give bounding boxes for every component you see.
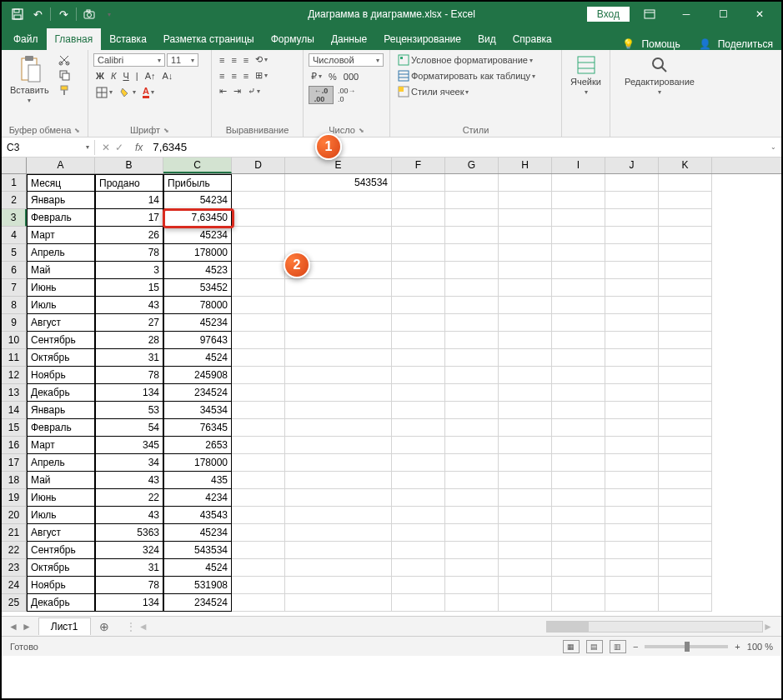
cell[interactable]: Месяц: [27, 174, 95, 192]
tab-view[interactable]: Вид: [469, 28, 504, 50]
editing-button[interactable]: Редактирование▾: [621, 53, 698, 98]
cell[interactable]: [605, 332, 659, 349]
cell[interactable]: 43: [95, 507, 163, 524]
cell[interactable]: Февраль: [27, 209, 95, 227]
tab-insert[interactable]: Вставка: [101, 28, 155, 50]
cell[interactable]: [285, 507, 392, 524]
cell[interactable]: [445, 402, 499, 419]
cell[interactable]: [552, 367, 605, 384]
conditional-formatting-button[interactable]: Условное форматирование▾: [395, 53, 535, 67]
cell[interactable]: [232, 244, 285, 262]
cell[interactable]: Сентябрь: [27, 332, 95, 349]
row-header[interactable]: 11: [2, 349, 27, 367]
row-header[interactable]: 19: [2, 489, 27, 507]
col-header[interactable]: A: [27, 158, 95, 173]
cell[interactable]: [392, 437, 445, 454]
cell[interactable]: [392, 349, 445, 367]
cell[interactable]: Сентябрь: [27, 542, 95, 559]
font-name-combo[interactable]: Calibri▾: [93, 53, 165, 67]
cell[interactable]: [445, 542, 499, 559]
cell[interactable]: [499, 507, 552, 524]
col-header[interactable]: D: [232, 158, 285, 173]
cell[interactable]: [659, 227, 712, 244]
cell[interactable]: [499, 279, 552, 297]
cell[interactable]: [605, 244, 659, 262]
cell[interactable]: Июль: [27, 297, 95, 314]
cell[interactable]: [499, 559, 552, 577]
align-left-button[interactable]: ≡: [217, 69, 227, 82]
row-header[interactable]: 18: [2, 472, 27, 489]
cell[interactable]: [552, 262, 605, 279]
cell[interactable]: [392, 419, 445, 437]
cell[interactable]: 5363: [95, 524, 163, 542]
dialog-launcher-icon[interactable]: ⬊: [163, 127, 169, 134]
cell[interactable]: [232, 577, 285, 594]
tab-review[interactable]: Рецензирование: [375, 28, 469, 50]
row-header[interactable]: 17: [2, 454, 27, 472]
row-header[interactable]: 8: [2, 297, 27, 314]
cell[interactable]: [659, 454, 712, 472]
cell[interactable]: 45234: [163, 524, 232, 542]
cell[interactable]: [392, 542, 445, 559]
increase-font-button[interactable]: A↑: [143, 70, 158, 82]
cell[interactable]: 4524: [163, 559, 232, 577]
cell[interactable]: [605, 454, 659, 472]
fill-color-button[interactable]: ▾: [117, 85, 138, 99]
cell[interactable]: [232, 297, 285, 314]
decrease-indent-button[interactable]: ⇤: [217, 85, 229, 98]
cell[interactable]: 234524: [163, 384, 232, 402]
cell[interactable]: 531908: [163, 577, 232, 594]
cell[interactable]: [499, 192, 552, 209]
cell[interactable]: Продано: [95, 174, 163, 192]
cell[interactable]: [499, 262, 552, 279]
save-icon[interactable]: [10, 7, 25, 22]
cell[interactable]: [285, 594, 392, 612]
cell[interactable]: [605, 349, 659, 367]
cell[interactable]: [392, 594, 445, 612]
page-break-view-button[interactable]: ▥: [610, 640, 626, 653]
align-bottom-button[interactable]: ≡: [241, 53, 251, 66]
cell[interactable]: Декабрь: [27, 594, 95, 612]
cell[interactable]: [392, 244, 445, 262]
cell[interactable]: [232, 419, 285, 437]
cell[interactable]: [659, 279, 712, 297]
cell[interactable]: [552, 542, 605, 559]
align-top-button[interactable]: ≡: [217, 53, 227, 66]
login-button[interactable]: Вход: [587, 7, 630, 22]
cell[interactable]: 435: [163, 472, 232, 489]
cell[interactable]: [445, 192, 499, 209]
cell[interactable]: [552, 349, 605, 367]
add-sheet-button[interactable]: ⊕: [91, 620, 118, 633]
cell[interactable]: Январь: [27, 402, 95, 419]
row-header[interactable]: 23: [2, 559, 27, 577]
cell[interactable]: 43543: [163, 507, 232, 524]
cell[interactable]: [659, 314, 712, 332]
cell[interactable]: [445, 524, 499, 542]
format-painter-button[interactable]: [56, 83, 73, 97]
borders-button[interactable]: ▾: [93, 85, 115, 99]
cell[interactable]: 76345: [163, 419, 232, 437]
cell[interactable]: [552, 384, 605, 402]
cell[interactable]: 345: [95, 437, 163, 454]
cell[interactable]: [232, 542, 285, 559]
cell[interactable]: [605, 437, 659, 454]
cell[interactable]: [232, 437, 285, 454]
cell[interactable]: [499, 384, 552, 402]
align-right-button[interactable]: ≡: [241, 69, 251, 82]
cell[interactable]: [232, 489, 285, 507]
dialog-launcher-icon[interactable]: ⬊: [359, 127, 364, 134]
cell[interactable]: [392, 507, 445, 524]
col-header[interactable]: G: [445, 158, 499, 173]
row-header[interactable]: 4: [2, 227, 27, 244]
font-color-button[interactable]: A▾: [140, 85, 157, 99]
cell[interactable]: [605, 262, 659, 279]
cell[interactable]: [659, 402, 712, 419]
row-header[interactable]: 10: [2, 332, 27, 349]
cell[interactable]: [445, 332, 499, 349]
cell[interactable]: [445, 262, 499, 279]
cell[interactable]: 26: [95, 227, 163, 244]
cell[interactable]: [605, 524, 659, 542]
cell[interactable]: Январь: [27, 192, 95, 209]
cell[interactable]: 45234: [163, 314, 232, 332]
cell[interactable]: [232, 332, 285, 349]
